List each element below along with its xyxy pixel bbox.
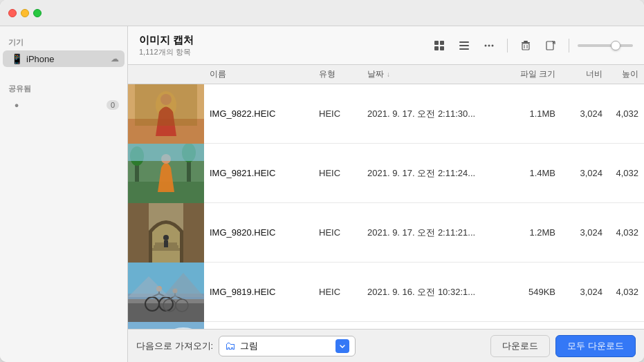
file-height: 4,032 — [602, 108, 644, 119]
col-header-type[interactable]: 유형 — [319, 68, 367, 80]
svg-rect-3 — [440, 46, 444, 50]
table-row[interactable]: IMG_9820.HEIC HEIC 2021. 9. 17. 오전 2:11:… — [128, 203, 644, 263]
svg-point-8 — [488, 44, 490, 46]
file-name: IMG_9820.HEIC — [204, 227, 319, 238]
shared-section: 공유됨 ● 0 — [0, 78, 127, 113]
content-toolbar: 이미지 캡처 1,112개의 항목 — [128, 26, 644, 65]
file-size: 1.2MB — [506, 227, 561, 238]
toolbar-title-area: 이미지 캡처 1,112개의 항목 — [139, 34, 194, 57]
file-date: 2021. 9. 17. 오전 2:11:21... — [367, 227, 506, 239]
grid-view-button[interactable] — [430, 36, 449, 55]
content-area: 이미지 캡처 1,112개의 항목 — [128, 26, 644, 362]
file-width: 3,024 — [561, 168, 602, 178]
bottom-bar: 다음으로 가져오기: 🗂 그림 다운로드 모두 다운로드 — [128, 329, 644, 362]
traffic-lights — [8, 9, 42, 17]
file-size: 1.1MB — [506, 108, 561, 119]
sidebar: 기기 📱 iPhone ☁ 공유됨 ● 0 — [0, 26, 128, 362]
folder-name-label: 그림 — [240, 340, 331, 352]
col-header-name[interactable]: 이름 — [204, 68, 319, 80]
file-list: IMG_9822.HEIC HEIC 2021. 9. 17. 오전 2:11:… — [128, 84, 644, 329]
download-button[interactable]: 다운로드 — [490, 335, 550, 357]
table-row[interactable]: IMG_9819.HEIC HEIC 2021. 9. 16. 오전 10:32… — [128, 263, 644, 322]
file-size: 1.4MB — [506, 168, 561, 178]
iphone-label: iPhone — [26, 54, 107, 64]
svg-rect-0 — [434, 41, 439, 45]
zoom-slider[interactable] — [578, 44, 633, 47]
file-width: 3,024 — [561, 108, 602, 119]
file-type: HEIC — [319, 227, 367, 238]
maximize-button[interactable] — [33, 9, 42, 17]
sidebar-item-iphone[interactable]: 📱 iPhone ☁ — [3, 50, 125, 67]
svg-rect-39 — [164, 240, 168, 247]
svg-rect-35 — [152, 248, 180, 251]
svg-point-7 — [485, 44, 487, 46]
main-layout: 기기 📱 iPhone ☁ 공유됨 ● 0 이미지 캡처 1 — [0, 26, 644, 362]
toolbar-separator — [507, 39, 508, 53]
delete-button[interactable] — [516, 36, 535, 55]
file-height: 4,032 — [602, 168, 644, 178]
shared-icon: ● — [11, 99, 22, 111]
svg-rect-15 — [546, 41, 553, 50]
close-button[interactable] — [8, 9, 17, 17]
file-height: 4,032 — [602, 287, 644, 297]
file-thumbnail — [128, 322, 204, 330]
titlebar — [0, 0, 644, 26]
slider-track — [578, 44, 633, 47]
file-name: IMG_9822.HEIC — [204, 108, 319, 119]
folder-dropdown-button[interactable] — [335, 339, 349, 353]
svg-point-38 — [163, 235, 169, 240]
svg-rect-1 — [440, 41, 444, 45]
folder-icon: 🗂 — [225, 340, 236, 352]
file-thumbnail — [128, 203, 204, 263]
more-options-button[interactable] — [479, 36, 499, 55]
svg-rect-12 — [522, 44, 529, 50]
shared-section-label: 공유됨 — [0, 78, 127, 97]
file-height: 4,032 — [602, 227, 644, 238]
folder-select[interactable]: 🗂 그림 — [219, 336, 356, 356]
svg-rect-33 — [128, 203, 149, 263]
svg-rect-11 — [522, 42, 530, 44]
file-type: HEIC — [319, 287, 367, 297]
slider-thumb[interactable] — [611, 41, 620, 50]
sidebar-item-shared[interactable]: ● 0 — [3, 97, 125, 113]
file-thumbnail — [128, 144, 204, 203]
file-size: 549KB — [506, 287, 561, 297]
col-header-date[interactable]: 날짜 ↓ — [367, 68, 506, 80]
svg-rect-10 — [524, 41, 528, 42]
file-width: 3,024 — [561, 227, 602, 238]
column-headers: 이름 유형 날짜 ↓ 파일 크기 너비 높이 — [128, 65, 644, 84]
app-window: 기기 📱 iPhone ☁ 공유됨 ● 0 이미지 캡처 1 — [0, 0, 644, 362]
svg-rect-34 — [183, 203, 204, 263]
table-row[interactable]: IMG_9821.HEIC HEIC 2021. 9. 17. 오전 2:11:… — [128, 144, 644, 203]
list-view-button[interactable] — [454, 36, 474, 55]
file-date: 2021. 9. 17. 오전 2:11:30... — [367, 108, 506, 120]
page-title: 이미지 캡처 — [139, 34, 194, 47]
import-button[interactable] — [541, 36, 560, 55]
svg-rect-4 — [459, 41, 469, 43]
shared-badge: 0 — [107, 100, 119, 110]
file-type: HEIC — [319, 168, 367, 178]
svg-point-9 — [492, 44, 494, 46]
col-header-height[interactable]: 높이 — [602, 68, 644, 80]
toolbar-separator-2 — [569, 39, 569, 53]
svg-rect-31 — [128, 144, 204, 161]
file-name: IMG_9819.HEIC — [204, 287, 319, 297]
svg-rect-53 — [128, 322, 204, 330]
file-thumbnail — [128, 263, 204, 322]
item-count: 1,112개의 항목 — [139, 47, 194, 57]
iphone-icon: 📱 — [11, 53, 22, 64]
download-all-button[interactable]: 모두 다운로드 — [555, 335, 636, 357]
file-date: 2021. 9. 17. 오전 2:11:24... — [367, 167, 506, 180]
svg-rect-23 — [135, 84, 197, 126]
devices-section-label: 기기 — [0, 32, 127, 50]
save-to-label: 다음으로 가져오기: — [136, 340, 213, 352]
col-header-size[interactable]: 파일 크기 — [506, 68, 561, 80]
file-date: 2021. 9. 16. 오전 10:32:1... — [367, 286, 506, 298]
col-header-width[interactable]: 너비 — [561, 68, 602, 80]
table-row[interactable]: IMG_9816.HEIC HEIC 2021. 9. 16. 오전 10:32… — [128, 322, 644, 329]
svg-rect-6 — [459, 48, 469, 50]
file-type: HEIC — [319, 108, 367, 119]
file-thumbnail — [128, 84, 204, 144]
minimize-button[interactable] — [21, 9, 29, 17]
table-row[interactable]: IMG_9822.HEIC HEIC 2021. 9. 17. 오전 2:11:… — [128, 84, 644, 144]
